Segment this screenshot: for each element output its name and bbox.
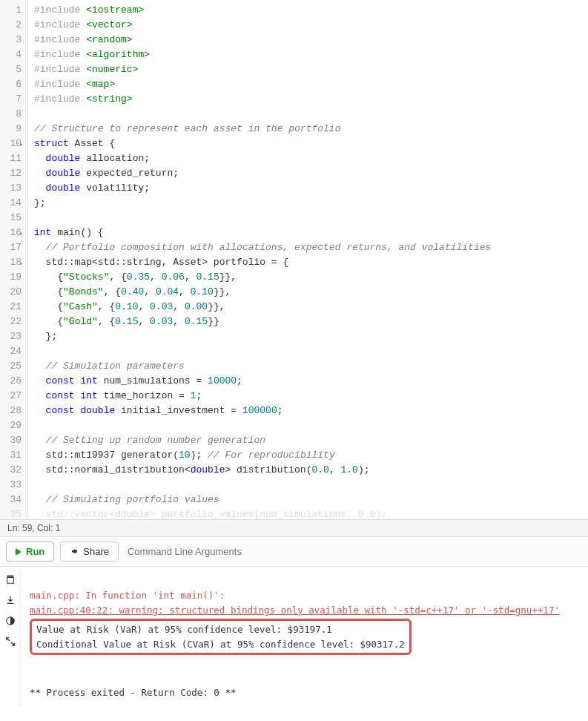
console-output[interactable]: main.cpp: In function 'int main()': main… bbox=[21, 567, 588, 707]
code-line[interactable] bbox=[34, 418, 588, 433]
line-number: 31 bbox=[3, 448, 22, 463]
line-number: 28 bbox=[3, 404, 22, 418]
share-icon bbox=[70, 547, 79, 556]
code-line[interactable]: // Setting up random number generation bbox=[34, 433, 588, 448]
line-number: 17 bbox=[3, 240, 22, 255]
code-line[interactable]: #include <map> bbox=[34, 77, 588, 92]
compiler-warning: main.cpp:40:22: warning: structured bind… bbox=[30, 605, 560, 616]
code-line[interactable]: int main() { bbox=[34, 225, 588, 240]
line-number: 10▾ bbox=[3, 136, 22, 151]
line-number: 23 bbox=[3, 329, 22, 344]
code-line[interactable]: const int time_horizon = 1; bbox=[34, 389, 588, 404]
play-icon bbox=[16, 548, 22, 556]
line-number: 2 bbox=[3, 18, 22, 33]
line-number: 7 bbox=[3, 92, 22, 107]
code-line[interactable]: #include <vector> bbox=[34, 18, 588, 33]
line-number: 21 bbox=[3, 300, 22, 315]
fold-icon[interactable]: ▾ bbox=[19, 257, 23, 271]
code-line[interactable]: // Structure to represent each asset in … bbox=[34, 122, 588, 136]
line-number: 33 bbox=[3, 478, 22, 493]
code-line[interactable]: double expected_return; bbox=[34, 166, 588, 181]
line-number: 8 bbox=[3, 107, 22, 122]
code-line[interactable]: {"Stocks", {0.35, 0.06, 0.15}}, bbox=[34, 270, 588, 285]
line-number-gutter: 12345678910▾111213141516▾1718▾1920212223… bbox=[0, 0, 28, 519]
line-number: 12 bbox=[3, 166, 22, 181]
command-line-args-input[interactable] bbox=[125, 543, 582, 560]
cursor-position: Ln: 59, Col: 1 bbox=[7, 523, 60, 533]
line-number: 15 bbox=[3, 211, 22, 225]
fold-icon[interactable]: ▾ bbox=[19, 227, 23, 242]
line-number: 9 bbox=[3, 122, 22, 136]
run-label: Run bbox=[26, 546, 44, 557]
code-line[interactable]: const int num_simulations = 10000; bbox=[34, 374, 588, 389]
line-number: 6 bbox=[3, 77, 22, 92]
line-number: 26 bbox=[3, 374, 22, 389]
run-button[interactable]: Run bbox=[6, 541, 54, 562]
output-panel: main.cpp: In function 'int main()': main… bbox=[0, 567, 588, 707]
line-number: 16▾ bbox=[3, 225, 22, 240]
line-number: 34 bbox=[3, 493, 22, 507]
code-line[interactable]: std::mt19937 generator(10); // For repro… bbox=[34, 448, 588, 463]
copy-icon[interactable] bbox=[5, 574, 16, 585]
expand-icon[interactable] bbox=[5, 636, 16, 647]
line-number: 14 bbox=[3, 196, 22, 211]
line-number: 22 bbox=[3, 315, 22, 329]
code-line[interactable]: {"Bonds", {0.40, 0.04, 0.10}}, bbox=[34, 285, 588, 300]
status-bar: Ln: 59, Col: 1 bbox=[0, 519, 588, 536]
download-icon[interactable] bbox=[5, 595, 16, 605]
output-cvar: Conditional Value at Risk (CVaR) at 95% … bbox=[36, 639, 405, 650]
code-editor[interactable]: 12345678910▾111213141516▾1718▾1920212223… bbox=[0, 0, 588, 519]
code-line[interactable]: #include <algorithm> bbox=[34, 47, 588, 62]
line-number: 19 bbox=[3, 270, 22, 285]
line-number: 13 bbox=[3, 181, 22, 196]
adjust-icon[interactable] bbox=[5, 616, 16, 626]
code-line[interactable] bbox=[34, 478, 588, 493]
code-line[interactable]: {"Gold", {0.15, 0.03, 0.15}} bbox=[34, 315, 588, 329]
code-line[interactable] bbox=[34, 344, 588, 359]
code-line[interactable]: const double initial_investment = 100000… bbox=[34, 404, 588, 418]
code-line[interactable]: std::map<std::string, Asset> portfolio =… bbox=[34, 255, 588, 270]
code-line[interactable]: }; bbox=[34, 329, 588, 344]
line-number: 18▾ bbox=[3, 255, 22, 270]
share-label: Share bbox=[83, 546, 109, 557]
line-number: 25 bbox=[3, 359, 22, 374]
line-number: 3 bbox=[3, 33, 22, 47]
code-line[interactable]: double allocation; bbox=[34, 151, 588, 166]
code-line[interactable] bbox=[34, 107, 588, 122]
line-number: 29 bbox=[3, 418, 22, 433]
output-var: Value at Risk (VaR) at 95% confidence le… bbox=[36, 624, 332, 635]
line-number: 30 bbox=[3, 433, 22, 448]
code-line[interactable]: struct Asset { bbox=[34, 136, 588, 151]
code-line[interactable]: #include <random> bbox=[34, 33, 588, 47]
toolbar: Run Share bbox=[0, 536, 588, 567]
line-number: 5 bbox=[3, 62, 22, 77]
code-line[interactable]: {"Cash", {0.10, 0.03, 0.00}}, bbox=[34, 300, 588, 315]
code-line-cutoff: std::vector<double> portfolio_values(num… bbox=[34, 507, 588, 519]
code-line[interactable] bbox=[34, 211, 588, 225]
line-number: 27 bbox=[3, 389, 22, 404]
share-button[interactable]: Share bbox=[60, 541, 119, 562]
line-number: 32 bbox=[3, 463, 22, 478]
code-line[interactable]: double volatility; bbox=[34, 181, 588, 196]
line-number: 20 bbox=[3, 285, 22, 300]
code-line[interactable]: std::normal_distribution<double> distrib… bbox=[34, 463, 588, 478]
line-number: 1 bbox=[3, 3, 22, 18]
code-line[interactable]: #include <iostream> bbox=[34, 3, 588, 18]
line-number: 4 bbox=[3, 47, 22, 62]
code-line[interactable]: #include <numeric> bbox=[34, 62, 588, 77]
code-line[interactable]: #include <string> bbox=[34, 92, 588, 107]
exit-status: ** Process exited - Return Code: 0 ** bbox=[30, 687, 236, 698]
code-line[interactable]: // Simulating portfolio values bbox=[34, 493, 588, 507]
fold-icon[interactable]: ▾ bbox=[19, 138, 23, 153]
compiler-message: main.cpp: In function 'int main()': bbox=[30, 590, 225, 601]
code-line[interactable]: // Simulation parameters bbox=[34, 359, 588, 374]
code-line[interactable]: // Portfolio composition with allocation… bbox=[34, 240, 588, 255]
line-number: 24 bbox=[3, 344, 22, 359]
line-number: 11 bbox=[3, 151, 22, 166]
output-toolbar bbox=[0, 567, 21, 707]
code-line[interactable]: }; bbox=[34, 196, 588, 211]
code-area[interactable]: #include <iostream>#include <vector>#inc… bbox=[28, 0, 588, 519]
